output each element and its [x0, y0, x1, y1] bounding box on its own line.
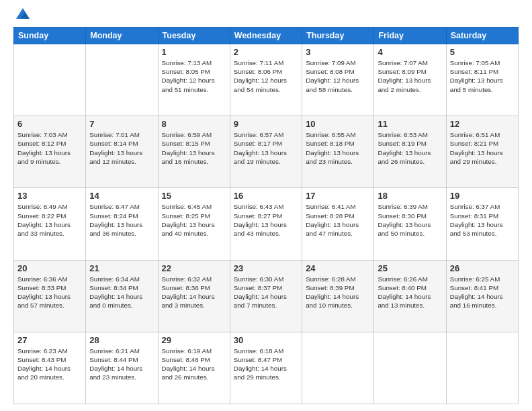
day-info: Sunrise: 6:26 AM Sunset: 8:40 PM Dayligh… — [378, 275, 442, 310]
calendar-cell — [446, 332, 518, 404]
day-number: 10 — [306, 119, 370, 129]
header-cell-tuesday: Tuesday — [158, 28, 230, 44]
calendar-cell: 24Sunrise: 6:28 AM Sunset: 8:39 PM Dayli… — [302, 260, 374, 332]
calendar-cell — [14, 44, 86, 116]
header-cell-monday: Monday — [86, 28, 158, 44]
day-number: 5 — [450, 47, 515, 57]
day-info: Sunrise: 6:28 AM Sunset: 8:39 PM Dayligh… — [306, 275, 370, 310]
day-number: 14 — [89, 191, 154, 201]
calendar-cell: 17Sunrise: 6:41 AM Sunset: 8:28 PM Dayli… — [302, 188, 374, 260]
day-number: 27 — [17, 335, 82, 345]
calendar-week-3: 20Sunrise: 6:36 AM Sunset: 8:33 PM Dayli… — [14, 260, 519, 332]
calendar-header: SundayMondayTuesdayWednesdayThursdayFrid… — [14, 28, 519, 44]
day-info: Sunrise: 6:47 AM Sunset: 8:24 PM Dayligh… — [89, 202, 154, 238]
day-info: Sunrise: 6:32 AM Sunset: 8:36 PM Dayligh… — [162, 275, 226, 310]
calendar-cell: 12Sunrise: 6:51 AM Sunset: 8:21 PM Dayli… — [446, 116, 518, 188]
header — [13, 11, 519, 20]
day-number: 11 — [378, 119, 442, 129]
day-number: 23 — [234, 263, 298, 273]
day-info: Sunrise: 6:51 AM Sunset: 8:21 PM Dayligh… — [450, 130, 515, 166]
day-number: 29 — [162, 335, 226, 345]
day-info: Sunrise: 6:39 AM Sunset: 8:30 PM Dayligh… — [378, 202, 442, 238]
day-info: Sunrise: 6:36 AM Sunset: 8:33 PM Dayligh… — [17, 275, 82, 310]
calendar-body: 1Sunrise: 7:13 AM Sunset: 8:05 PM Daylig… — [14, 44, 519, 404]
day-number: 22 — [162, 263, 226, 273]
calendar-cell: 22Sunrise: 6:32 AM Sunset: 8:36 PM Dayli… — [158, 260, 230, 332]
logo-icon — [16, 7, 30, 20]
calendar-cell — [86, 44, 158, 116]
day-number: 8 — [162, 119, 226, 129]
calendar-week-2: 13Sunrise: 6:49 AM Sunset: 8:22 PM Dayli… — [14, 188, 519, 260]
day-info: Sunrise: 6:43 AM Sunset: 8:27 PM Dayligh… — [234, 202, 298, 238]
calendar-cell: 4Sunrise: 7:07 AM Sunset: 8:09 PM Daylig… — [374, 44, 446, 116]
calendar-week-0: 1Sunrise: 7:13 AM Sunset: 8:05 PM Daylig… — [14, 44, 519, 116]
calendar-cell: 26Sunrise: 6:25 AM Sunset: 8:41 PM Dayli… — [446, 260, 518, 332]
calendar-week-1: 6Sunrise: 7:03 AM Sunset: 8:12 PM Daylig… — [14, 116, 519, 188]
day-number: 20 — [17, 263, 82, 273]
calendar-cell — [302, 332, 374, 404]
day-info: Sunrise: 6:55 AM Sunset: 8:18 PM Dayligh… — [306, 130, 370, 166]
day-number: 28 — [89, 335, 154, 345]
calendar-cell: 5Sunrise: 7:05 AM Sunset: 8:11 PM Daylig… — [446, 44, 518, 116]
header-cell-wednesday: Wednesday — [230, 28, 302, 44]
day-number: 2 — [234, 47, 298, 57]
day-number: 15 — [162, 191, 226, 201]
day-info: Sunrise: 6:19 AM Sunset: 8:46 PM Dayligh… — [162, 347, 226, 382]
day-info: Sunrise: 7:05 AM Sunset: 8:11 PM Dayligh… — [450, 58, 515, 94]
day-info: Sunrise: 6:37 AM Sunset: 8:31 PM Dayligh… — [450, 202, 515, 238]
calendar-cell: 19Sunrise: 6:37 AM Sunset: 8:31 PM Dayli… — [446, 188, 518, 260]
calendar-cell: 25Sunrise: 6:26 AM Sunset: 8:40 PM Dayli… — [374, 260, 446, 332]
calendar-cell: 27Sunrise: 6:23 AM Sunset: 8:43 PM Dayli… — [14, 332, 86, 404]
day-info: Sunrise: 6:18 AM Sunset: 8:47 PM Dayligh… — [234, 347, 298, 382]
day-number: 16 — [234, 191, 298, 201]
calendar-cell: 6Sunrise: 7:03 AM Sunset: 8:12 PM Daylig… — [14, 116, 86, 188]
day-number: 1 — [162, 47, 226, 57]
calendar-cell: 3Sunrise: 7:09 AM Sunset: 8:08 PM Daylig… — [302, 44, 374, 116]
header-cell-friday: Friday — [374, 28, 446, 44]
day-number: 24 — [306, 263, 370, 273]
day-number: 30 — [234, 335, 298, 345]
day-number: 9 — [234, 119, 298, 129]
day-number: 3 — [306, 47, 370, 57]
day-info: Sunrise: 7:01 AM Sunset: 8:14 PM Dayligh… — [89, 130, 154, 166]
header-cell-sunday: Sunday — [14, 28, 86, 44]
day-info: Sunrise: 6:57 AM Sunset: 8:17 PM Dayligh… — [234, 130, 298, 166]
calendar-cell: 9Sunrise: 6:57 AM Sunset: 8:17 PM Daylig… — [230, 116, 302, 188]
calendar-cell: 23Sunrise: 6:30 AM Sunset: 8:37 PM Dayli… — [230, 260, 302, 332]
header-cell-saturday: Saturday — [446, 28, 518, 44]
calendar-cell: 2Sunrise: 7:11 AM Sunset: 8:06 PM Daylig… — [230, 44, 302, 116]
day-info: Sunrise: 7:13 AM Sunset: 8:05 PM Dayligh… — [162, 58, 226, 94]
header-cell-thursday: Thursday — [302, 28, 374, 44]
day-number: 17 — [306, 191, 370, 201]
day-number: 21 — [89, 263, 154, 273]
day-info: Sunrise: 7:11 AM Sunset: 8:06 PM Dayligh… — [234, 58, 298, 94]
day-number: 12 — [450, 119, 515, 129]
calendar-cell: 8Sunrise: 6:59 AM Sunset: 8:15 PM Daylig… — [158, 116, 230, 188]
day-info: Sunrise: 6:21 AM Sunset: 8:44 PM Dayligh… — [89, 347, 154, 382]
calendar-cell: 1Sunrise: 7:13 AM Sunset: 8:05 PM Daylig… — [158, 44, 230, 116]
logo — [13, 11, 30, 20]
calendar-cell: 18Sunrise: 6:39 AM Sunset: 8:30 PM Dayli… — [374, 188, 446, 260]
calendar-week-4: 27Sunrise: 6:23 AM Sunset: 8:43 PM Dayli… — [14, 332, 519, 404]
page: SundayMondayTuesdayWednesdayThursdayFrid… — [0, 0, 532, 411]
day-info: Sunrise: 6:23 AM Sunset: 8:43 PM Dayligh… — [17, 347, 82, 382]
calendar-cell: 14Sunrise: 6:47 AM Sunset: 8:24 PM Dayli… — [86, 188, 158, 260]
calendar-cell: 30Sunrise: 6:18 AM Sunset: 8:47 PM Dayli… — [230, 332, 302, 404]
day-info: Sunrise: 7:03 AM Sunset: 8:12 PM Dayligh… — [17, 130, 82, 166]
day-info: Sunrise: 6:45 AM Sunset: 8:25 PM Dayligh… — [162, 202, 226, 238]
calendar-cell: 11Sunrise: 6:53 AM Sunset: 8:19 PM Dayli… — [374, 116, 446, 188]
day-info: Sunrise: 6:34 AM Sunset: 8:34 PM Dayligh… — [89, 275, 154, 310]
calendar-cell: 7Sunrise: 7:01 AM Sunset: 8:14 PM Daylig… — [86, 116, 158, 188]
day-info: Sunrise: 6:41 AM Sunset: 8:28 PM Dayligh… — [306, 202, 370, 238]
day-info: Sunrise: 7:09 AM Sunset: 8:08 PM Dayligh… — [306, 58, 370, 94]
day-info: Sunrise: 7:07 AM Sunset: 8:09 PM Dayligh… — [378, 58, 442, 94]
calendar-cell: 10Sunrise: 6:55 AM Sunset: 8:18 PM Dayli… — [302, 116, 374, 188]
calendar-cell: 29Sunrise: 6:19 AM Sunset: 8:46 PM Dayli… — [158, 332, 230, 404]
calendar-cell: 20Sunrise: 6:36 AM Sunset: 8:33 PM Dayli… — [14, 260, 86, 332]
day-info: Sunrise: 6:49 AM Sunset: 8:22 PM Dayligh… — [17, 202, 82, 238]
day-info: Sunrise: 6:25 AM Sunset: 8:41 PM Dayligh… — [450, 275, 515, 310]
day-number: 6 — [17, 119, 82, 129]
calendar-cell: 21Sunrise: 6:34 AM Sunset: 8:34 PM Dayli… — [86, 260, 158, 332]
header-row: SundayMondayTuesdayWednesdayThursdayFrid… — [14, 28, 519, 44]
calendar-cell: 16Sunrise: 6:43 AM Sunset: 8:27 PM Dayli… — [230, 188, 302, 260]
